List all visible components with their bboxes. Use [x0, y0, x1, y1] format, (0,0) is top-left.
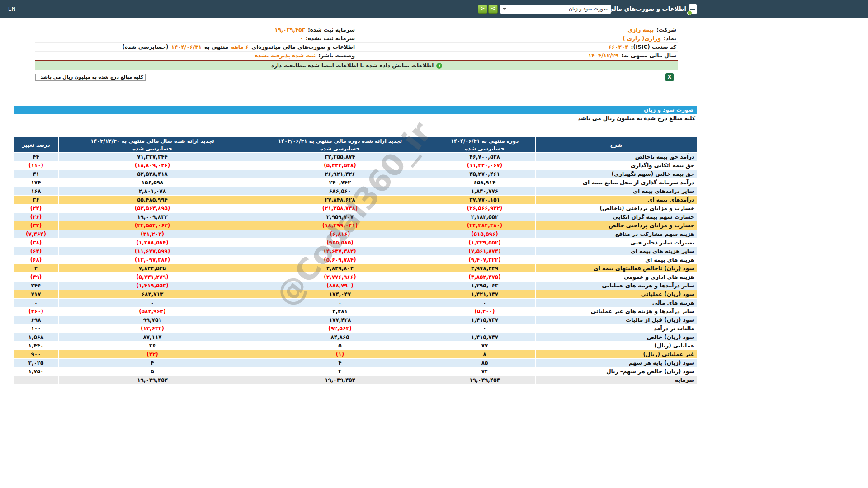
table-row: خسارت و مزایای پرداختی (ناخالص)(۲۶,۵۶۶,۹… [14, 204, 697, 213]
million-rial-note-box: کلیه مبالغ درج شده به میلیون ریال می باش… [35, 74, 146, 81]
cell-percent-change: ۷۱۷ [14, 290, 59, 299]
cell-percent-change: ۹۰۰ [14, 350, 59, 359]
cell-restated-period: ۵ [246, 342, 434, 350]
cell-restated-year: ۷۱,۳۳۷,۳۴۴ [59, 153, 246, 161]
table-row: سرمایه۱۹,۰۳۹,۴۵۳۱۹,۰۳۹,۴۵۳۱۹,۰۳۹,۴۵۳ [14, 376, 697, 385]
info-icon: i [436, 63, 442, 69]
table-row: هزینه های بیمه ای(۹,۴۰۷,۳۲۲)(۵,۶۰۹,۷۸۴)(… [14, 256, 697, 264]
cell-restated-period: ۲,۹۵۹,۷۰۷ [246, 213, 434, 221]
cell-restated-year: (۵۸۳,۹۶۲) [59, 307, 246, 316]
cell-restated-year: ۵۲,۵۲۸,۳۱۸ [59, 170, 246, 178]
statement-select-value: صورت سود و زیان [569, 6, 608, 12]
cell-restated-year: (۳۴,۵۵۴,۰۶۳) [59, 221, 246, 230]
cell-current-period: ۱۹,۰۳۹,۴۵۳ [434, 376, 536, 385]
table-row: درآمد حق بیمه ناخالص۴۶,۷۰۰,۵۲۸۳۲,۳۵۵,۸۷۴… [14, 153, 697, 161]
table-row: غیر عملیاتی (ریال)۸(۱)(۳۲)۹۰۰ [14, 350, 697, 359]
cell-restated-period: ۲۶,۹۲۱,۳۲۶ [246, 170, 434, 178]
cell-restated-year: (۱,۴۱۹,۵۵۳) [59, 282, 246, 290]
table-row: تغییرات سایر ذخایر فنی(۱,۳۲۹,۵۵۲)(۹۶۵,۵۸… [14, 239, 697, 247]
cell-percent-change: ۰ [14, 299, 59, 307]
field-value: بیمه رازی [627, 26, 654, 34]
table-row: عملیاتی (ریال)۷۷۵۳۶۱,۴۴۰ [14, 342, 697, 350]
cell-restated-year: (۳۱,۲۰۳) [59, 230, 246, 239]
row-label: عملیاتی (ریال) [536, 342, 697, 350]
header-restated-period: تجدید ارائه شده دوره مالی منتهی به ۱۴۰۳/… [246, 137, 434, 145]
cell-restated-period: ۳,۳۸۱ [246, 307, 434, 316]
table-row: خسارت و مزایای پرداختی خالص(۲۴,۳۸۴,۳۸۰)(… [14, 221, 697, 230]
cell-restated-year: ۹۹,۷۵۱ [59, 316, 246, 324]
cell-current-period: ۱,۴۱۵,۷۳۷ [434, 316, 536, 324]
row-label: هزینه های بیمه ای [536, 256, 697, 264]
row-label: سایر هزینه های بیمه ای [536, 247, 697, 256]
cell-current-period: (۲۶,۵۶۶,۹۳۲) [434, 204, 536, 213]
row-label: سود (زیان) عملیاتی [536, 290, 697, 299]
cell-current-period: ۳۷,۷۷۰,۱۵۱ [434, 196, 536, 204]
row-label: سود (زیان) خالص [536, 333, 697, 342]
cell-restated-year: ۱۹,۰۰۹,۸۳۲ [59, 213, 246, 221]
excel-export-icon[interactable]: X [665, 73, 674, 81]
cell-restated-year: (۱۱,۶۷۷,۵۹۹) [59, 247, 246, 256]
cell-restated-year: ۱۹,۰۳۹,۴۵۳ [59, 376, 246, 385]
cell-restated-period: (۵,۶۰۹,۷۸۴) [246, 256, 434, 264]
cell-percent-change: (۳۳) [14, 221, 59, 230]
income-statement-section: صورت سود و زیان کلیه مبالغ درج شده به می… [14, 106, 697, 385]
next-statement-button[interactable]: > [488, 5, 498, 14]
publisher-status-field: وضعیت ناشر: ثبت شده پذیرفته نشده [35, 52, 357, 60]
symbol-field: نماد: ورازی( رازی ) [357, 34, 678, 42]
statement-select[interactable]: صورت سود و زیان [500, 5, 611, 14]
row-label: غیر عملیاتی (ریال) [536, 350, 697, 359]
cell-restated-year: (۳۲) [59, 350, 246, 359]
cell-restated-period: (۲,۷۷۶,۹۶۶) [246, 273, 434, 282]
cell-percent-change: ۱۷۴ [14, 178, 59, 187]
cell-restated-period: (۲۱,۳۵۸,۷۴۸) [246, 204, 434, 213]
cell-current-period: (۵۱۵,۵۹۶) [434, 230, 536, 239]
table-row: سود (زیان) عملیاتی۱,۴۲۱,۱۳۷۱۷۴,۰۴۷۶۸۳,۷۱… [14, 290, 697, 299]
row-label: سود (زیان) پایه هر سهم [536, 359, 697, 367]
row-label: سرمایه [536, 376, 697, 385]
cell-current-period: ۷۷ [434, 342, 536, 350]
cell-current-period: (۷,۵۶۱,۸۷۴) [434, 247, 536, 256]
table-row: سایر درآمدهای بیمه ای۱,۸۴۰,۷۷۶۶۸۶,۵۶۰۲,۸… [14, 187, 697, 196]
cell-current-period: ۱,۴۲۱,۱۳۷ [434, 290, 536, 299]
row-label: درآمد سرمایه گذاری از محل منابع بیمه ای [536, 178, 697, 187]
row-label: حق بیمه خالص (سهم نگهداری) [536, 170, 697, 178]
cell-restated-period: (۹۲,۵۶۳) [246, 324, 434, 333]
cell-percent-change: ۴ [14, 264, 59, 273]
header-current-period: دوره منتهی به ۱۴۰۴/۰۶/۳۱ [434, 137, 536, 145]
cell-restated-year: ۵۵,۴۸۵,۹۹۴ [59, 196, 246, 204]
fiscal-year-field: سال مالی منتهی به: ۱۴۰۴/۱۲/۲۹ [357, 52, 678, 60]
language-en-link[interactable]: EN [8, 0, 16, 18]
row-label: درآمد حق بیمه ناخالص [536, 153, 697, 161]
report-document-icon[interactable] [689, 4, 697, 14]
field-value: ۱۴۰۴/۱۲/۲۹ [588, 52, 618, 60]
table-row: سود (زیان) خالص۱,۴۱۵,۷۳۷۸۴,۸۶۵۸۷,۱۱۷۱,۵۶… [14, 333, 697, 342]
cell-percent-change [14, 376, 59, 385]
cell-current-period: (۵,۴۰۰) [434, 307, 536, 316]
cell-percent-change: ۱,۷۵۰ [14, 367, 59, 376]
cell-percent-change: ۱۰۰ [14, 324, 59, 333]
info-row: سال مالی منتهی به: ۱۴۰۴/۱۲/۲۹ وضعیت ناشر… [35, 52, 678, 60]
header-audited: حسابرسی شده [246, 145, 434, 153]
cell-percent-change: (۷,۴۶۴) [14, 230, 59, 239]
cell-restated-year: (۵,۷۳۱,۲۷۹) [59, 273, 246, 282]
table-row: هزینه های اداری و عمومی(۳,۸۵۲,۳۷۵)(۲,۷۷۶… [14, 273, 697, 282]
table-row: سود (زیان) ناخالص فعالیتهای بیمه ای۳,۹۷۸… [14, 264, 697, 273]
cell-current-period: ۸ [434, 350, 536, 359]
row-label: هزینه های اداری و عمومی [536, 273, 697, 282]
cell-percent-change: (۶۸) [14, 256, 59, 264]
cell-restated-period: ۱۷۴,۰۴۷ [246, 290, 434, 299]
prev-statement-button[interactable]: < [478, 5, 487, 14]
cell-restated-period: ۶۸۶,۵۶۰ [246, 187, 434, 196]
info-row: کد صنعت (ISIC): ۶۶۰۳۰۳ اطلاعات و صورت‌ها… [35, 43, 678, 52]
table-row: درآمد سرمایه گذاری از محل منابع بیمه ای۶… [14, 178, 697, 187]
cell-percent-change: ۱,۵۶۸ [14, 333, 59, 342]
cell-percent-change: (۲۴) [14, 204, 59, 213]
field-value: ۶۶۰۳۰۳ [609, 43, 628, 51]
row-label: تغییرات سایر ذخایر فنی [536, 239, 697, 247]
cell-percent-change: ۳۱ [14, 170, 59, 178]
header-restated-year: تجدید ارائه شده سال مالی منتهی به ۱۴۰۳/۱… [59, 137, 246, 145]
field-value: ورازی( رازی ) [623, 34, 661, 42]
cell-percent-change: ۱,۴۴۰ [14, 342, 59, 350]
cell-restated-year: (۱,۳۸۸,۵۸۴) [59, 239, 246, 247]
cell-percent-change: (۳۸) [14, 239, 59, 247]
